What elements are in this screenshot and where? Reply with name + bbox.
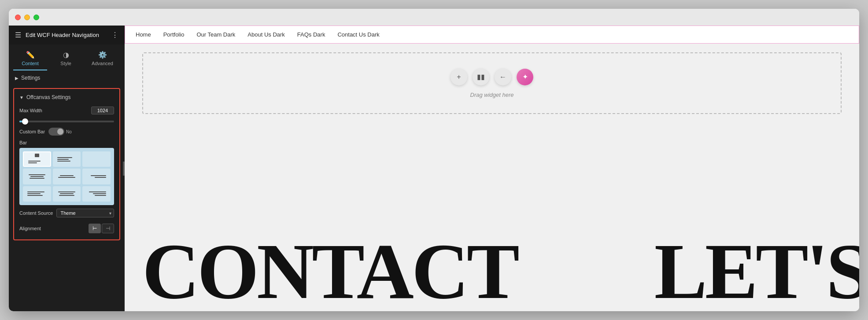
big-text-lets: LET'S bbox=[610, 232, 859, 311]
sidebar-title: Edit WCF Header Navigation bbox=[26, 32, 107, 38]
bar-lines-2 bbox=[55, 155, 78, 163]
bar-line bbox=[95, 177, 106, 178]
bar-line bbox=[57, 157, 72, 158]
app-window: ☰ Edit WCF Header Navigation ⋮ ✏️ Conten… bbox=[9, 9, 859, 311]
toggle-track[interactable] bbox=[48, 128, 64, 136]
bar-option-5[interactable] bbox=[53, 169, 81, 184]
bar-option-4[interactable] bbox=[23, 169, 51, 184]
nav-bar: Home Portfolio Our Team Dark About Us Da… bbox=[125, 26, 859, 44]
toggle-thumb bbox=[57, 129, 63, 135]
tab-content[interactable]: ✏️ Content bbox=[13, 48, 47, 70]
content-source-label: Content Source bbox=[19, 210, 53, 216]
tab-style[interactable]: ◑ Style bbox=[49, 48, 83, 70]
content-source-row: Content Source Theme Custom bbox=[14, 205, 119, 221]
bar-line bbox=[60, 193, 73, 194]
nav-item-about-us-dark[interactable]: About Us Dark bbox=[247, 31, 285, 38]
widget-drop-zone[interactable]: + ▮▮ ← ✦ Drag widget here bbox=[142, 52, 842, 114]
alignment-row: Alignment ⊢ ⊣ bbox=[14, 221, 119, 236]
bar-line bbox=[60, 175, 73, 176]
bar-lines-8 bbox=[55, 190, 78, 198]
drag-hint: Drag widget here bbox=[470, 92, 514, 98]
bar-line bbox=[59, 195, 74, 196]
sidebar-header: ☰ Edit WCF Header Navigation ⋮ bbox=[9, 26, 125, 44]
back-button[interactable]: ← bbox=[495, 69, 511, 85]
max-width-label: Max Width bbox=[19, 108, 42, 113]
big-text-row: CONTACT LET'S bbox=[125, 197, 859, 311]
sidebar-tabs: ✏️ Content ◑ Style ⚙️ Advanced bbox=[9, 44, 125, 70]
bar-option-9[interactable] bbox=[82, 186, 111, 202]
bar-option-3[interactable] bbox=[82, 151, 111, 167]
bar-lines-7 bbox=[26, 190, 48, 198]
settings-section[interactable]: ▶ Settings bbox=[9, 70, 125, 85]
bar-line bbox=[57, 161, 70, 162]
bar-line bbox=[28, 161, 41, 162]
gear-icon: ⚙️ bbox=[98, 51, 107, 59]
titlebar bbox=[9, 9, 859, 26]
bar-lines-1 bbox=[26, 159, 48, 165]
bar-line bbox=[30, 178, 44, 179]
alignment-label: Alignment bbox=[19, 226, 41, 231]
bar-line bbox=[58, 191, 75, 192]
grid-icon[interactable]: ⋮ bbox=[111, 31, 118, 39]
settings-arrow-icon: ▶ bbox=[15, 76, 18, 81]
bar-option-2[interactable] bbox=[53, 151, 81, 167]
nav-item-portfolio[interactable]: Portfolio bbox=[163, 31, 185, 38]
minimize-button[interactable] bbox=[24, 15, 30, 20]
main-content: Home Portfolio Our Team Dark About Us Da… bbox=[125, 26, 859, 311]
bar-grid[interactable] bbox=[19, 148, 114, 205]
sidebar: ☰ Edit WCF Header Navigation ⋮ ✏️ Conten… bbox=[9, 26, 125, 311]
bar-line bbox=[95, 195, 106, 196]
bar-lines-5 bbox=[55, 173, 78, 180]
tab-advanced[interactable]: ⚙️ Advanced bbox=[85, 48, 120, 70]
pencil-icon: ✏️ bbox=[26, 51, 35, 59]
offcanvas-title: Offcanvas Settings bbox=[26, 94, 71, 100]
bar-line bbox=[58, 177, 75, 178]
custom-bar-label: Custom Bar bbox=[19, 129, 45, 134]
sidebar-collapse-button[interactable]: ‹ bbox=[123, 162, 125, 176]
contrast-icon: ◑ bbox=[63, 51, 69, 59]
nav-item-faqs-dark[interactable]: FAQs Dark bbox=[297, 31, 325, 38]
nav-item-contact-us-dark[interactable]: Contact Us Dark bbox=[337, 31, 379, 38]
bar-lines-4 bbox=[26, 173, 48, 180]
transform-button[interactable]: ✦ bbox=[517, 69, 533, 85]
hamburger-icon[interactable]: ☰ bbox=[15, 31, 21, 39]
max-width-row: Max Width bbox=[14, 104, 119, 117]
max-width-input[interactable] bbox=[91, 107, 114, 114]
maximize-button[interactable] bbox=[33, 15, 39, 20]
bar-lines-6 bbox=[85, 173, 108, 180]
bar-option-7[interactable] bbox=[23, 186, 51, 202]
custom-bar-toggle[interactable]: No bbox=[48, 128, 72, 136]
nav-item-our-team-dark[interactable]: Our Team Dark bbox=[196, 31, 235, 38]
align-left-button[interactable]: ⊢ bbox=[89, 224, 101, 233]
offcanvas-header[interactable]: ▼ Offcanvas Settings bbox=[14, 92, 119, 104]
canvas-area: + ▮▮ ← ✦ Drag widget here CONTACT LET'S bbox=[125, 44, 859, 311]
bar-line bbox=[27, 193, 41, 194]
big-text-contact: CONTACT bbox=[125, 232, 517, 311]
nav-item-home[interactable]: Home bbox=[136, 31, 151, 38]
bar-line bbox=[27, 195, 42, 196]
settings-label: Settings bbox=[21, 75, 40, 81]
close-button[interactable] bbox=[15, 15, 21, 20]
slider-thumb[interactable] bbox=[22, 118, 28, 125]
bar-line bbox=[91, 175, 106, 176]
bar-option-6[interactable] bbox=[82, 169, 111, 184]
content-source-dropdown-wrapper[interactable]: Theme Custom bbox=[56, 209, 114, 217]
bar-label: Bar bbox=[14, 138, 119, 148]
bar-sq-icon bbox=[35, 154, 39, 157]
slider-track[interactable] bbox=[19, 121, 114, 122]
bar-lines-9 bbox=[85, 190, 108, 198]
folder-button[interactable]: ▮▮ bbox=[473, 69, 489, 85]
bar-line bbox=[28, 162, 37, 163]
bar-option-8[interactable] bbox=[53, 186, 81, 202]
add-widget-button[interactable]: + bbox=[451, 69, 467, 85]
custom-bar-row: Custom Bar No bbox=[14, 125, 119, 138]
bar-line bbox=[30, 176, 44, 177]
align-right-button[interactable]: ⊣ bbox=[102, 224, 114, 233]
align-buttons: ⊢ ⊣ bbox=[89, 224, 114, 233]
offcanvas-arrow-icon: ▼ bbox=[19, 95, 24, 100]
bar-option-1[interactable] bbox=[23, 151, 51, 167]
max-width-slider-row[interactable] bbox=[14, 117, 119, 125]
toggle-state-label: No bbox=[66, 129, 72, 134]
bar-line bbox=[29, 174, 46, 175]
content-source-select[interactable]: Theme Custom bbox=[56, 209, 114, 217]
